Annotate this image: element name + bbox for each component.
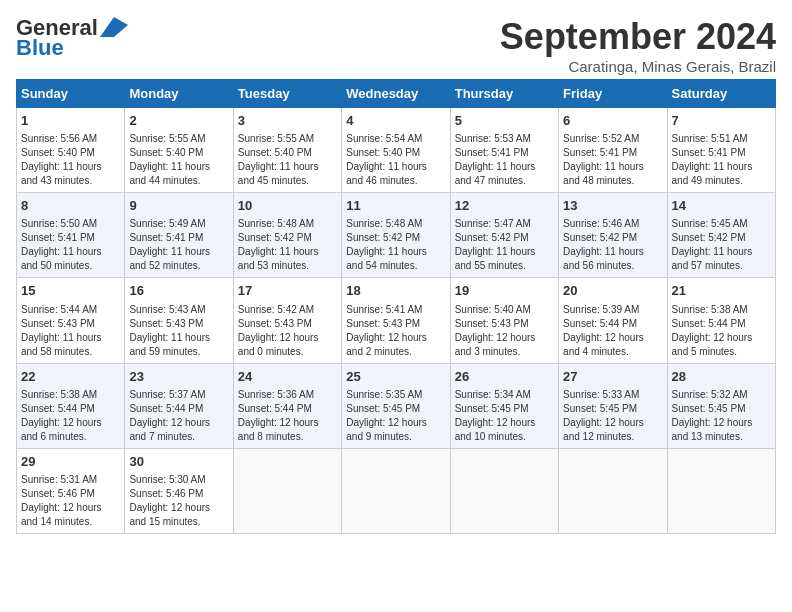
calendar-day-cell: 5Sunrise: 5:53 AM Sunset: 5:41 PM Daylig… <box>450 108 558 193</box>
day-number: 8 <box>21 197 120 215</box>
calendar-day-cell: 15Sunrise: 5:44 AM Sunset: 5:43 PM Dayli… <box>17 278 125 363</box>
day-info: Sunrise: 5:38 AM Sunset: 5:44 PM Dayligh… <box>21 388 120 444</box>
weekday-header-row: SundayMondayTuesdayWednesdayThursdayFrid… <box>17 80 776 108</box>
calendar-day-cell <box>342 448 450 533</box>
day-info: Sunrise: 5:37 AM Sunset: 5:44 PM Dayligh… <box>129 388 228 444</box>
calendar-day-cell: 25Sunrise: 5:35 AM Sunset: 5:45 PM Dayli… <box>342 363 450 448</box>
day-info: Sunrise: 5:34 AM Sunset: 5:45 PM Dayligh… <box>455 388 554 444</box>
day-info: Sunrise: 5:47 AM Sunset: 5:42 PM Dayligh… <box>455 217 554 273</box>
calendar-week-row: 15Sunrise: 5:44 AM Sunset: 5:43 PM Dayli… <box>17 278 776 363</box>
day-number: 4 <box>346 112 445 130</box>
day-info: Sunrise: 5:30 AM Sunset: 5:46 PM Dayligh… <box>129 473 228 529</box>
calendar-day-cell: 18Sunrise: 5:41 AM Sunset: 5:43 PM Dayli… <box>342 278 450 363</box>
day-number: 5 <box>455 112 554 130</box>
calendar-day-cell: 28Sunrise: 5:32 AM Sunset: 5:45 PM Dayli… <box>667 363 775 448</box>
day-number: 27 <box>563 368 662 386</box>
calendar-day-cell: 7Sunrise: 5:51 AM Sunset: 5:41 PM Daylig… <box>667 108 775 193</box>
weekday-header-friday: Friday <box>559 80 667 108</box>
calendar-day-cell <box>667 448 775 533</box>
calendar-day-cell: 3Sunrise: 5:55 AM Sunset: 5:40 PM Daylig… <box>233 108 341 193</box>
calendar-day-cell: 27Sunrise: 5:33 AM Sunset: 5:45 PM Dayli… <box>559 363 667 448</box>
calendar-day-cell <box>450 448 558 533</box>
title-block: September 2024 Caratinga, Minas Gerais, … <box>500 16 776 75</box>
day-number: 3 <box>238 112 337 130</box>
logo-icon <box>100 17 128 37</box>
calendar-day-cell: 22Sunrise: 5:38 AM Sunset: 5:44 PM Dayli… <box>17 363 125 448</box>
day-info: Sunrise: 5:45 AM Sunset: 5:42 PM Dayligh… <box>672 217 771 273</box>
day-number: 20 <box>563 282 662 300</box>
day-number: 19 <box>455 282 554 300</box>
day-number: 15 <box>21 282 120 300</box>
svg-marker-0 <box>100 17 128 37</box>
logo-blue: Blue <box>16 36 64 60</box>
calendar-day-cell: 30Sunrise: 5:30 AM Sunset: 5:46 PM Dayli… <box>125 448 233 533</box>
day-number: 13 <box>563 197 662 215</box>
day-info: Sunrise: 5:38 AM Sunset: 5:44 PM Dayligh… <box>672 303 771 359</box>
day-info: Sunrise: 5:32 AM Sunset: 5:45 PM Dayligh… <box>672 388 771 444</box>
calendar-day-cell: 13Sunrise: 5:46 AM Sunset: 5:42 PM Dayli… <box>559 193 667 278</box>
day-info: Sunrise: 5:42 AM Sunset: 5:43 PM Dayligh… <box>238 303 337 359</box>
day-info: Sunrise: 5:54 AM Sunset: 5:40 PM Dayligh… <box>346 132 445 188</box>
day-info: Sunrise: 5:48 AM Sunset: 5:42 PM Dayligh… <box>346 217 445 273</box>
day-info: Sunrise: 5:48 AM Sunset: 5:42 PM Dayligh… <box>238 217 337 273</box>
calendar-week-row: 22Sunrise: 5:38 AM Sunset: 5:44 PM Dayli… <box>17 363 776 448</box>
calendar-day-cell <box>233 448 341 533</box>
calendar-day-cell <box>559 448 667 533</box>
day-number: 2 <box>129 112 228 130</box>
calendar-week-row: 8Sunrise: 5:50 AM Sunset: 5:41 PM Daylig… <box>17 193 776 278</box>
day-number: 21 <box>672 282 771 300</box>
calendar-day-cell: 29Sunrise: 5:31 AM Sunset: 5:46 PM Dayli… <box>17 448 125 533</box>
calendar-table: SundayMondayTuesdayWednesdayThursdayFrid… <box>16 79 776 534</box>
day-number: 24 <box>238 368 337 386</box>
day-info: Sunrise: 5:40 AM Sunset: 5:43 PM Dayligh… <box>455 303 554 359</box>
day-info: Sunrise: 5:35 AM Sunset: 5:45 PM Dayligh… <box>346 388 445 444</box>
day-number: 16 <box>129 282 228 300</box>
weekday-header-sunday: Sunday <box>17 80 125 108</box>
calendar-day-cell: 10Sunrise: 5:48 AM Sunset: 5:42 PM Dayli… <box>233 193 341 278</box>
calendar-day-cell: 11Sunrise: 5:48 AM Sunset: 5:42 PM Dayli… <box>342 193 450 278</box>
calendar-day-cell: 26Sunrise: 5:34 AM Sunset: 5:45 PM Dayli… <box>450 363 558 448</box>
weekday-header-tuesday: Tuesday <box>233 80 341 108</box>
day-info: Sunrise: 5:56 AM Sunset: 5:40 PM Dayligh… <box>21 132 120 188</box>
day-info: Sunrise: 5:43 AM Sunset: 5:43 PM Dayligh… <box>129 303 228 359</box>
day-info: Sunrise: 5:41 AM Sunset: 5:43 PM Dayligh… <box>346 303 445 359</box>
day-number: 1 <box>21 112 120 130</box>
calendar-day-cell: 16Sunrise: 5:43 AM Sunset: 5:43 PM Dayli… <box>125 278 233 363</box>
day-info: Sunrise: 5:36 AM Sunset: 5:44 PM Dayligh… <box>238 388 337 444</box>
day-number: 25 <box>346 368 445 386</box>
day-info: Sunrise: 5:55 AM Sunset: 5:40 PM Dayligh… <box>238 132 337 188</box>
location-subtitle: Caratinga, Minas Gerais, Brazil <box>500 58 776 75</box>
calendar-day-cell: 1Sunrise: 5:56 AM Sunset: 5:40 PM Daylig… <box>17 108 125 193</box>
calendar-day-cell: 24Sunrise: 5:36 AM Sunset: 5:44 PM Dayli… <box>233 363 341 448</box>
weekday-header-thursday: Thursday <box>450 80 558 108</box>
day-number: 7 <box>672 112 771 130</box>
calendar-day-cell: 21Sunrise: 5:38 AM Sunset: 5:44 PM Dayli… <box>667 278 775 363</box>
day-number: 17 <box>238 282 337 300</box>
day-number: 28 <box>672 368 771 386</box>
weekday-header-saturday: Saturday <box>667 80 775 108</box>
day-number: 23 <box>129 368 228 386</box>
day-number: 22 <box>21 368 120 386</box>
calendar-day-cell: 17Sunrise: 5:42 AM Sunset: 5:43 PM Dayli… <box>233 278 341 363</box>
calendar-week-row: 1Sunrise: 5:56 AM Sunset: 5:40 PM Daylig… <box>17 108 776 193</box>
day-number: 29 <box>21 453 120 471</box>
day-info: Sunrise: 5:49 AM Sunset: 5:41 PM Dayligh… <box>129 217 228 273</box>
day-info: Sunrise: 5:33 AM Sunset: 5:45 PM Dayligh… <box>563 388 662 444</box>
day-info: Sunrise: 5:55 AM Sunset: 5:40 PM Dayligh… <box>129 132 228 188</box>
day-info: Sunrise: 5:46 AM Sunset: 5:42 PM Dayligh… <box>563 217 662 273</box>
logo: General Blue <box>16 16 128 60</box>
calendar-day-cell: 8Sunrise: 5:50 AM Sunset: 5:41 PM Daylig… <box>17 193 125 278</box>
day-info: Sunrise: 5:51 AM Sunset: 5:41 PM Dayligh… <box>672 132 771 188</box>
day-number: 30 <box>129 453 228 471</box>
day-number: 12 <box>455 197 554 215</box>
calendar-day-cell: 23Sunrise: 5:37 AM Sunset: 5:44 PM Dayli… <box>125 363 233 448</box>
day-info: Sunrise: 5:53 AM Sunset: 5:41 PM Dayligh… <box>455 132 554 188</box>
day-number: 9 <box>129 197 228 215</box>
day-info: Sunrise: 5:39 AM Sunset: 5:44 PM Dayligh… <box>563 303 662 359</box>
day-info: Sunrise: 5:50 AM Sunset: 5:41 PM Dayligh… <box>21 217 120 273</box>
calendar-day-cell: 2Sunrise: 5:55 AM Sunset: 5:40 PM Daylig… <box>125 108 233 193</box>
day-number: 14 <box>672 197 771 215</box>
day-info: Sunrise: 5:44 AM Sunset: 5:43 PM Dayligh… <box>21 303 120 359</box>
calendar-week-row: 29Sunrise: 5:31 AM Sunset: 5:46 PM Dayli… <box>17 448 776 533</box>
month-title: September 2024 <box>500 16 776 58</box>
